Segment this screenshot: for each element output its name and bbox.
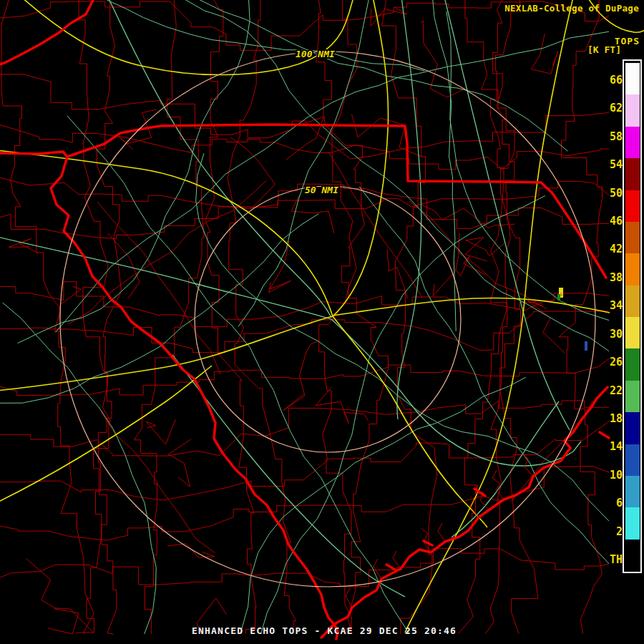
county-line	[433, 233, 459, 296]
scale-tick-label: 14	[587, 440, 623, 453]
county-line	[0, 311, 609, 353]
border-nc-sc	[0, 125, 606, 278]
highway-east	[333, 298, 610, 316]
interstate-85	[21, 0, 353, 75]
scale-tick-label: 30	[587, 328, 623, 341]
radar-echoes	[557, 288, 587, 351]
scale-cell	[625, 444, 640, 477]
county-line	[26, 558, 94, 633]
county-line	[283, 341, 318, 411]
river-wateree	[397, 0, 421, 419]
county-line	[458, 0, 514, 634]
county-line	[316, 0, 389, 634]
county-line	[205, 0, 256, 634]
scale-cell	[625, 94, 640, 127]
scale-cell	[625, 412, 640, 444]
scale-cell	[625, 317, 640, 349]
minor-road-line	[3, 303, 157, 634]
county-line	[0, 74, 609, 159]
county-line	[0, 466, 609, 540]
watermark-text: NEXLAB-College of DuPage	[504, 3, 639, 14]
county-line	[79, 0, 117, 634]
county-line	[0, 358, 609, 395]
scale-tick-label: 34	[587, 299, 623, 312]
scale-cell	[625, 63, 640, 95]
scale-cell	[625, 127, 640, 159]
range-ring-label-100: 100 NMI	[296, 49, 335, 59]
scale-tick-label: 22	[587, 384, 623, 397]
scale-cell	[625, 348, 640, 381]
scale-cell	[625, 476, 640, 508]
county-line	[0, 282, 609, 327]
county-line	[456, 255, 485, 275]
scale-cell	[625, 253, 640, 286]
minor-road-line	[0, 214, 318, 404]
scale-tick-label: 2	[587, 525, 623, 538]
minor-road-line	[433, 0, 457, 331]
county-line	[169, 439, 192, 487]
blue-echo	[585, 341, 587, 351]
interstate-26-se	[333, 316, 487, 527]
scale-cell	[625, 158, 640, 190]
scale-tick-label: 54	[587, 158, 623, 171]
county-line	[531, 34, 557, 74]
scale-tick-label: 18	[587, 412, 623, 425]
county-line	[465, 238, 505, 261]
scale-tick-label: 58	[587, 130, 623, 143]
minor-road-line	[179, 0, 609, 351]
border-nc-ga	[0, 0, 94, 65]
scale-tick-label: 6	[587, 497, 623, 509]
scale-tick-label: 26	[587, 356, 623, 369]
scale-cell	[625, 381, 640, 413]
scale-cell	[625, 540, 640, 572]
scale-tick-label: 66	[587, 74, 623, 87]
county-line	[146, 419, 175, 444]
county-line	[68, 180, 266, 324]
river-edisto	[172, 355, 405, 597]
minor-road-line	[104, 0, 424, 71]
range-ring-label-50: 50 NMI	[305, 185, 338, 195]
county-line	[230, 137, 275, 210]
scale-cell	[625, 222, 640, 254]
estuary-lines	[346, 454, 533, 608]
scale-tick-label: 62	[587, 102, 623, 114]
barrier-island	[386, 565, 395, 570]
range-rings	[60, 52, 595, 587]
county-line	[382, 0, 437, 634]
estuary	[346, 588, 352, 608]
coastline	[321, 387, 608, 638]
county-line	[523, 301, 565, 353]
county-line	[167, 544, 215, 558]
river-santee	[331, 319, 581, 466]
product-caption: ENHANCED ECHO TOPS - KCAE 29 DEC 25 20:4…	[192, 625, 457, 636]
county-lines	[0, 0, 609, 634]
estuary	[393, 551, 401, 569]
scale-tick-label: TH	[587, 553, 623, 566]
radar-map: 100 NMI 50 NMI	[0, 0, 644, 644]
estuary	[374, 559, 381, 579]
scale-tick-label: 50	[587, 187, 623, 200]
gold-echo	[560, 293, 562, 296]
county-line	[134, 0, 204, 634]
interstate-20-west	[0, 316, 333, 391]
scale-cell	[625, 190, 640, 223]
scale-cell	[625, 507, 640, 540]
scale-tick-label: 46	[587, 215, 623, 228]
state-borders	[0, 0, 609, 639]
radar-display: 100 NMI 50 NMI NEXLAB-College of DuPage …	[0, 0, 644, 644]
scale-tick-label: 42	[587, 243, 623, 255]
county-line	[409, 202, 547, 309]
river-saluda	[0, 237, 331, 319]
interstate-26-nw	[0, 150, 333, 316]
barrier-island	[600, 432, 609, 438]
scale-tick-label: 38	[587, 271, 623, 284]
scale-tick-label: 10	[587, 469, 623, 482]
county-line	[316, 387, 368, 424]
interstate-77	[333, 0, 389, 316]
scale-units: [K FT]	[587, 44, 621, 55]
range-ring-100nmi	[60, 52, 595, 587]
scale-cell	[625, 286, 640, 318]
green-echo	[557, 294, 560, 301]
estuary	[438, 523, 445, 542]
